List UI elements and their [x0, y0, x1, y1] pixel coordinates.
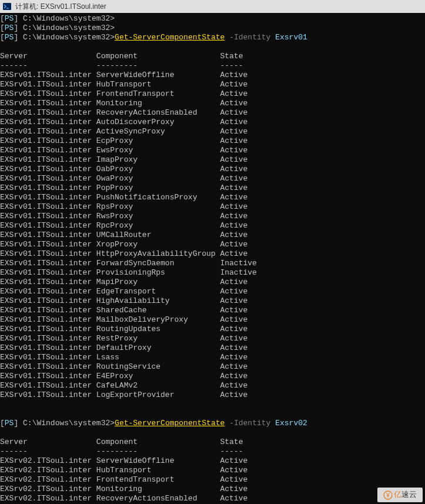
prompt-line-2: [PS] C:\Windows\system32>: [0, 24, 425, 33]
table-header: Server Component State: [0, 438, 425, 447]
table-row: EXSrv01.ITSoul.inter RestProxy Active: [0, 334, 425, 343]
table-row: EXSrv01.ITSoul.inter AutoDiscoverProxy A…: [0, 118, 425, 127]
table-row: EXSrv01.ITSoul.inter UMCallRouter Active: [0, 231, 425, 240]
table-row: EXSrv01.ITSoul.inter RwsProxy Active: [0, 212, 425, 221]
table-row: EXSrv01.ITSoul.inter FrontendTransport A…: [0, 89, 425, 99]
table-row: EXSrv01.ITSoul.inter OwaProxy Active: [0, 174, 425, 183]
table-row: EXSrv01.ITSoul.inter RecoveryActionsEnab…: [0, 108, 425, 118]
table-row: EXSrv02.ITSoul.inter ServerWideOffline A…: [0, 456, 425, 466]
table-row: EXSrv01.ITSoul.inter LogExportProvider A…: [0, 390, 425, 400]
table-separator: ------ --------- -----: [0, 447, 425, 456]
table-row: EXSrv01.ITSoul.inter Monitoring Active: [0, 99, 425, 108]
table-row: EXSrv01.ITSoul.inter MapiProxy Active: [0, 278, 425, 287]
table-row: EXSrv01.ITSoul.inter ImapProxy Active: [0, 155, 425, 165]
window-title: 计算机: EXSrv01.ITSoul.inter: [15, 2, 106, 12]
table-row: EXSrv01.ITSoul.inter RoutingService Acti…: [0, 362, 425, 372]
table-header: Server Component State: [0, 52, 425, 61]
table-row: EXSrv01.ITSoul.inter ActiveSyncProxy Act…: [0, 127, 425, 136]
command-line-2: [PS] C:\Windows\system32>Get-ServerCompo…: [0, 419, 425, 428]
watermark-badge: ¥ 亿速云: [377, 488, 423, 502]
results-table-2: EXSrv02.ITSoul.inter ServerWideOffline A…: [0, 456, 425, 503]
window-titlebar[interactable]: 计算机: EXSrv01.ITSoul.inter: [0, 0, 425, 13]
table-row: EXSrv01.ITSoul.inter EcpProxy Active: [0, 136, 425, 146]
table-row: EXSrv01.ITSoul.inter PushNotificationsPr…: [0, 193, 425, 202]
svg-rect-0: [3, 3, 11, 10]
prompt-line-1: [PS] C:\Windows\system32>: [0, 14, 425, 24]
table-row: EXSrv01.ITSoul.inter CafeLAMv2 Active: [0, 381, 425, 390]
table-row: EXSrv01.ITSoul.inter DefaultProxy Active: [0, 343, 425, 353]
table-row: EXSrv01.ITSoul.inter HttpProxyAvailabili…: [0, 249, 425, 259]
table-row: EXSrv01.ITSoul.inter ServerWideOffline A…: [0, 71, 425, 80]
table-row: EXSrv01.ITSoul.inter SharedCache Active: [0, 306, 425, 315]
table-row: EXSrv02.ITSoul.inter Monitoring Active: [0, 485, 425, 494]
results-table-1: EXSrv01.ITSoul.inter ServerWideOffline A…: [0, 71, 425, 400]
table-row: EXSrv01.ITSoul.inter HighAvailability Ac…: [0, 296, 425, 306]
table-row: EXSrv01.ITSoul.inter XropProxy Active: [0, 240, 425, 249]
table-row: EXSrv01.ITSoul.inter PopProxy Active: [0, 183, 425, 193]
powershell-icon: [2, 2, 12, 11]
blank-line: [0, 42, 425, 52]
table-row: EXSrv01.ITSoul.inter Lsass Active: [0, 353, 425, 362]
table-row: EXSrv01.ITSoul.inter RpsProxy Active: [0, 202, 425, 212]
table-row: EXSrv01.ITSoul.inter RoutingUpdates Acti…: [0, 325, 425, 334]
table-row: EXSrv01.ITSoul.inter RpcProxy Active: [0, 221, 425, 231]
blank-line: [0, 428, 425, 438]
table-row: EXSrv01.ITSoul.inter OabProxy Active: [0, 165, 425, 174]
table-row: EXSrv01.ITSoul.inter MailboxDeliveryProx…: [0, 315, 425, 325]
table-row: EXSrv01.ITSoul.inter E4EProxy Active: [0, 372, 425, 381]
table-row: EXSrv02.ITSoul.inter RecoveryActionsEnab…: [0, 494, 425, 503]
table-row: EXSrv02.ITSoul.inter HubTransport Active: [0, 466, 425, 475]
table-row: EXSrv01.ITSoul.inter HubTransport Active: [0, 80, 425, 89]
table-row: EXSrv01.ITSoul.inter EdgeTransport Activ…: [0, 287, 425, 296]
terminal-area[interactable]: [PS] C:\Windows\system32> [PS] C:\Window…: [0, 13, 425, 504]
blank-line: [0, 409, 425, 419]
svg-text:¥: ¥: [386, 492, 390, 499]
table-row: EXSrv01.ITSoul.inter ProvisioningRps Ina…: [0, 268, 425, 278]
command-line-1: [PS] C:\Windows\system32>Get-ServerCompo…: [0, 33, 425, 42]
table-row: EXSrv01.ITSoul.inter ForwardSyncDaemon I…: [0, 259, 425, 268]
table-row: EXSrv02.ITSoul.inter FrontendTransport A…: [0, 475, 425, 485]
blank-line: [0, 400, 425, 409]
table-row: EXSrv01.ITSoul.inter EwsProxy Active: [0, 146, 425, 155]
table-separator: ------ --------- -----: [0, 61, 425, 71]
